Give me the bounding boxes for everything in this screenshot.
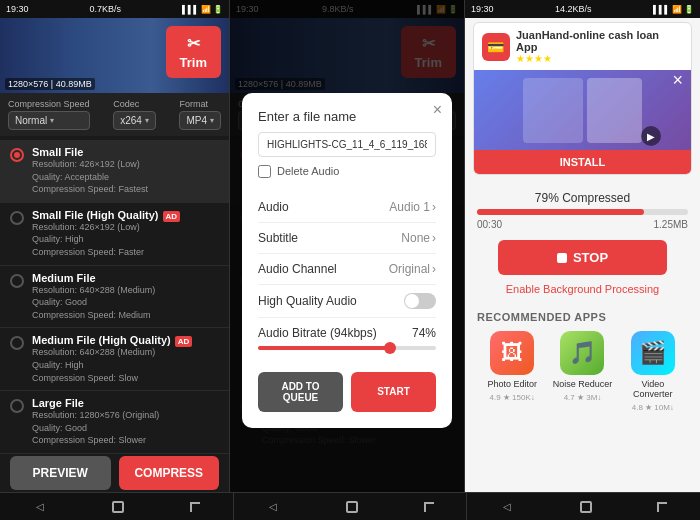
add-to-queue-button[interactable]: ADD TO QUEUE [258,372,343,412]
compression-controls-left: Compression Speed Normal Codec x264 Form… [0,93,229,136]
home-button-mid[interactable] [346,501,358,513]
start-button[interactable]: START [351,372,436,412]
app-item-video[interactable]: 🎬 Video Converter 4.8 ★ 10M↓ [623,331,683,412]
filename-input[interactable] [258,132,436,157]
bitrate-row: Audio Bitrate (94kbps) 74% [258,318,436,358]
ad-banner: 💳 JuanHand-online cash loan App ★★★★ × ▶… [473,22,692,175]
delete-audio-row: Delete Audio [258,165,436,178]
radio-small [10,148,24,162]
bitrate-value: 74% [412,326,436,340]
file-option-small-hq[interactable]: Small File (High Quality)AD Resolution: … [0,203,229,266]
subtitle-value: None › [401,231,436,245]
file-option-quality-medium: Quality: Good [32,296,219,309]
recent-button-left[interactable] [190,502,200,512]
nav-section-right: ◁ [466,492,700,520]
file-option-resolution-large: Resolution: 1280×576 (Original) [32,409,219,422]
file-option-speed-small: Compression Speed: Fastest [32,183,219,196]
recommended-title: RECOMMENDED APPS [477,311,688,323]
stop-label: STOP [573,250,608,265]
app-rating-photo: 4.9 ★ 150K↓ [490,393,535,402]
file-option-resolution-medium-hq: Resolution: 640×288 (Medium) [32,346,219,359]
ad-badge: AD [163,211,181,222]
format-select[interactable]: MP4 [179,111,221,130]
back-button-mid[interactable]: ◁ [266,500,280,514]
file-option-resolution-small: Resolution: 426×192 (Low) [32,158,219,171]
bitrate-slider-fill [258,346,390,350]
high-quality-audio-label: High Quality Audio [258,294,357,308]
compress-button[interactable]: COMPRESS [119,456,220,490]
app-icon-video: 🎬 [631,331,675,375]
bottom-buttons-left: PREVIEW COMPRESS [0,456,229,490]
app-item-noise[interactable]: 🎵 Noise Reducer 4.7 ★ 3M↓ [552,331,612,412]
radio-large [10,399,24,413]
radio-medium [10,274,24,288]
subtitle-row[interactable]: Subtitle None › [258,223,436,254]
file-option-quality-small: Quality: Acceptable [32,171,219,184]
file-option-quality-medium-hq: Quality: High [32,359,219,372]
file-option-medium-hq[interactable]: Medium File (High Quality)AD Resolution:… [0,328,229,391]
home-button-right[interactable] [580,501,592,513]
home-button-left[interactable] [112,501,124,513]
modal-title: Enter a file name [258,109,436,124]
file-option-text-small: Small File Resolution: 426×192 (Low) Qua… [32,146,219,196]
modal-overlay: × Enter a file name Delete Audio Audio A… [230,0,464,520]
file-options-list: Small File Resolution: 426×192 (Low) Qua… [0,136,229,466]
trim-button-left[interactable]: ✂ Trim [166,26,221,78]
progress-section: 79% Compressed 00:30 1.25MB STOP Enable … [465,183,700,303]
nav-bar: ◁ ◁ ◁ [0,492,700,520]
file-option-speed-small-hq: Compression Speed: Faster [32,246,219,259]
audio-row[interactable]: Audio Audio 1 › [258,192,436,223]
delete-audio-checkbox[interactable] [258,165,271,178]
codec-label: Codec [113,99,156,109]
speed-select[interactable]: Normal [8,111,90,130]
app-rating-noise: 4.7 ★ 3M↓ [564,393,602,402]
bitrate-slider-thumb[interactable] [384,342,396,354]
ad-app-name: JuanHand-online cash loan App [516,29,683,53]
app-item-photo[interactable]: 🖼 Photo Editor 4.9 ★ 150K↓ [482,331,542,412]
back-button-right[interactable]: ◁ [500,500,514,514]
back-button-left[interactable]: ◁ [33,500,47,514]
file-option-title-medium: Medium File [32,272,219,284]
file-option-title-medium-hq: Medium File (High Quality)AD [32,334,219,346]
high-quality-audio-toggle[interactable] [404,293,436,309]
audio-channel-row[interactable]: Audio Channel Original › [258,254,436,285]
ad-install-button[interactable]: INSTALL [474,150,691,174]
app-icon-noise: 🎵 [560,331,604,375]
video-thumbnail-left: 1280×576 | 40.89MB ✂ Trim [0,18,229,93]
ad-info: JuanHand-online cash loan App ★★★★ [516,29,683,64]
file-option-small[interactable]: Small File Resolution: 426×192 (Low) Qua… [0,140,229,203]
codec-select[interactable]: x264 [113,111,156,130]
audio-chevron: › [432,200,436,214]
file-option-text-medium: Medium File Resolution: 640×288 (Medium)… [32,272,219,322]
high-quality-audio-row: High Quality Audio [258,285,436,318]
file-option-medium[interactable]: Medium File Resolution: 640×288 (Medium)… [0,266,229,329]
file-option-speed-large: Compression Speed: Slower [32,434,219,447]
subtitle-chevron: › [432,231,436,245]
file-option-large[interactable]: Large File Resolution: 1280×576 (Origina… [0,391,229,454]
file-option-quality-large: Quality: Good [32,422,219,435]
filename-modal: × Enter a file name Delete Audio Audio A… [242,93,452,428]
preview-button[interactable]: PREVIEW [10,456,111,490]
progress-bar-track [477,209,688,215]
delete-audio-label: Delete Audio [277,165,339,177]
ad-close-button[interactable]: × [672,70,683,91]
file-option-speed-medium-hq: Compression Speed: Slow [32,372,219,385]
recent-button-right[interactable] [657,502,667,512]
app-name-photo: Photo Editor [487,379,537,389]
status-speed-right: 14.2KB/s [555,4,592,14]
file-option-resolution-medium: Resolution: 640×288 (Medium) [32,284,219,297]
recent-button-mid[interactable] [424,502,434,512]
status-speed-left: 0.7KB/s [89,4,121,14]
recommended-section: RECOMMENDED APPS 🖼 Photo Editor 4.9 ★ 15… [465,303,700,420]
bg-process-link[interactable]: Enable Background Processing [477,283,688,295]
modal-close-button[interactable]: × [433,101,442,119]
status-icons-right: ▌▌▌ 📶 🔋 [653,5,694,14]
ad-image-content [515,70,650,151]
format-control: Format MP4 [179,99,221,130]
audio-channel-value: Original › [389,262,436,276]
ad-play-button[interactable]: ▶ [641,126,661,146]
format-label: Format [179,99,221,109]
stop-button[interactable]: STOP [498,240,667,275]
status-time-left: 19:30 [6,4,29,14]
file-option-title-large: Large File [32,397,219,409]
